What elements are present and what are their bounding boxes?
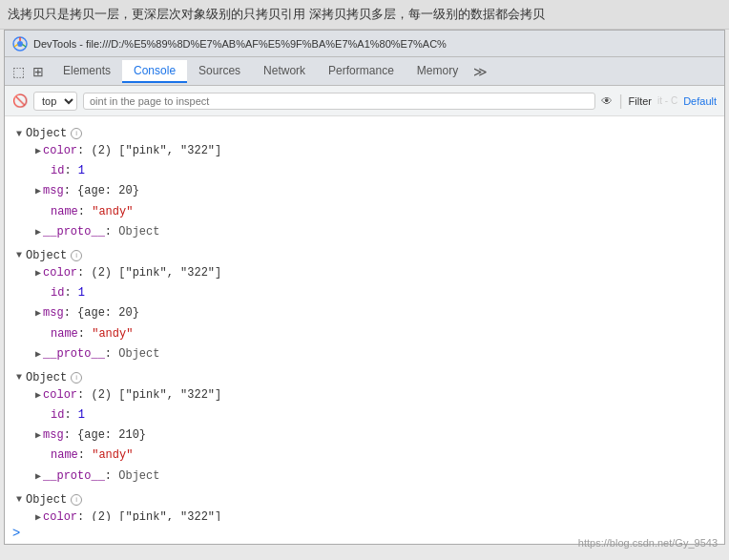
prop-key: color	[43, 144, 77, 157]
prop-colon: :	[78, 205, 92, 218]
prop-key: msg	[43, 306, 64, 320]
tab-network[interactable]: Network	[252, 60, 317, 83]
sub-arrow: ▶	[35, 186, 41, 197]
tab-console[interactable]: Console	[122, 60, 187, 83]
prop-line: ▶color: (2) ["pink", "322"]	[35, 508, 724, 521]
sub-arrow: ▶	[35, 268, 41, 279]
info-icon[interactable]: i	[71, 494, 82, 506]
eye-icon[interactable]: 👁	[601, 94, 613, 108]
prop-key: name	[51, 205, 78, 218]
prop-line: ▶msg: {age: 20}	[35, 303, 724, 323]
prop-colon: :	[77, 388, 91, 402]
prop-colon: :	[78, 448, 92, 462]
object-block-0: ▼Object i▶color: (2) ["pink", "322"]id: …	[5, 126, 724, 242]
filter-label: Filter	[629, 95, 652, 107]
prop-key: __proto__	[43, 469, 105, 483]
prop-line: id: 1	[35, 161, 724, 181]
sub-arrow: ▶	[35, 471, 41, 482]
browser-window: DevTools - file:///D:/%E5%89%8D%E7%AB%AF…	[4, 30, 725, 545]
prop-value: (2) ["pink", "322"]	[91, 144, 221, 157]
banner-text: 浅拷贝只是拷贝一层，更深层次对象级别的只拷贝引用 深拷贝拷贝多层，每一级别的数据…	[8, 7, 545, 21]
prop-line: id: 1	[35, 405, 724, 425]
prop-value: 1	[78, 408, 85, 422]
tab-performance[interactable]: Performance	[317, 60, 406, 83]
prop-key: msg	[43, 184, 64, 197]
prop-value: "andy"	[92, 327, 133, 341]
object-header[interactable]: ▼Object i	[16, 492, 724, 508]
prop-colon: :	[105, 225, 118, 239]
object-properties: ▶color: (2) ["pink", "322"]id: 1▶msg: {a…	[16, 141, 724, 242]
prop-colon: :	[105, 469, 118, 483]
prop-line: ▶color: (2) ["pink", "322"]	[35, 385, 724, 405]
tab-sources[interactable]: Sources	[187, 60, 252, 83]
prop-value: {age: 210}	[77, 428, 146, 442]
prop-value: "andy"	[92, 448, 133, 462]
console-toolbar: 🚫 top 👁 | Filter it - C Default	[5, 86, 724, 116]
context-selector[interactable]: top	[33, 92, 77, 111]
object-block-2: ▼Object i▶color: (2) ["pink", "322"]id: …	[5, 370, 724, 487]
prop-colon: :	[64, 306, 77, 320]
prop-colon: :	[77, 510, 91, 521]
prop-line: name: "andy"	[35, 324, 724, 344]
object-header[interactable]: ▼Object i	[16, 126, 724, 141]
object-properties: ▶color: (2) ["pink", "322"]id: 1▶msg: {a…	[16, 385, 724, 487]
prop-value: (2) ["pink", "322"]	[91, 388, 221, 402]
object-header[interactable]: ▼Object i	[16, 370, 724, 385]
tab-bar: ⬚ ⊞ Elements Console Sources Network Per…	[5, 57, 724, 86]
prop-value: Object	[118, 469, 159, 483]
prop-line: ▶msg: {age: 20}	[35, 181, 724, 201]
default-label[interactable]: Default	[683, 95, 717, 107]
inspect-search-input[interactable]	[83, 93, 595, 110]
object-header[interactable]: ▼Object i	[16, 248, 724, 263]
devices-icon[interactable]: ⊞	[32, 64, 44, 79]
inspect-icon[interactable]: ⬚	[12, 64, 25, 79]
clear-icon[interactable]: 🚫	[12, 93, 28, 108]
watermark: https://blog.csdn.net/Gy_9543	[578, 537, 718, 549]
prop-colon: :	[64, 184, 77, 197]
info-icon[interactable]: i	[71, 250, 82, 261]
svg-line-3	[23, 44, 27, 47]
prop-key: color	[43, 388, 77, 402]
top-banner: 浅拷贝只是拷贝一层，更深层次对象级别的只拷贝引用 深拷贝拷贝多层，每一级别的数据…	[0, 0, 729, 30]
prop-value: (2) ["pink", "322"]	[91, 266, 221, 280]
object-properties: ▶color: (2) ["pink", "322"]id: 1▶msg: {a…	[16, 508, 724, 521]
prop-line: name: "andy"	[35, 446, 724, 466]
prop-line: name: "andy"	[35, 202, 724, 222]
sub-arrow: ▶	[35, 390, 41, 401]
prop-key: name	[51, 448, 78, 462]
info-icon[interactable]: i	[71, 372, 82, 384]
prop-value: Object	[118, 347, 159, 361]
svg-line-4	[14, 44, 18, 47]
more-tabs-icon[interactable]: ≫	[473, 64, 488, 79]
object-properties: ▶color: (2) ["pink", "322"]id: 1▶msg: {a…	[16, 263, 724, 364]
info-icon[interactable]: i	[71, 128, 82, 139]
prop-key: color	[43, 510, 77, 521]
prop-colon: :	[64, 408, 77, 422]
prop-key: id	[51, 164, 64, 177]
prop-value: "andy"	[92, 205, 133, 218]
tab-elements[interactable]: Elements	[52, 60, 122, 83]
prop-value: (2) ["pink", "322"]	[91, 510, 221, 521]
prop-colon: :	[64, 428, 77, 442]
sub-arrow: ▶	[35, 227, 41, 238]
prop-line: ▶color: (2) ["pink", "322"]	[35, 141, 724, 161]
expand-arrow: ▼	[16, 250, 22, 260]
console-content[interactable]: ▼Object i▶color: (2) ["pink", "322"]id: …	[5, 116, 724, 521]
prop-value: {age: 20}	[77, 184, 139, 197]
prop-value: {age: 20}	[77, 306, 139, 320]
prop-line: ▶msg: {age: 210}	[35, 425, 724, 446]
prop-key: id	[51, 408, 64, 422]
prop-line: ▶__proto__: Object	[35, 467, 724, 487]
prop-key: id	[51, 286, 64, 300]
expand-arrow: ▼	[16, 129, 22, 139]
object-label: Object	[26, 371, 67, 384]
sub-arrow: ▶	[35, 308, 41, 319]
prop-line: ▶color: (2) ["pink", "322"]	[35, 263, 724, 283]
sub-arrow: ▶	[35, 512, 41, 521]
svg-point-1	[17, 41, 23, 47]
expand-arrow: ▼	[16, 372, 22, 383]
prop-colon: :	[77, 144, 91, 157]
prop-key: msg	[43, 428, 64, 442]
prop-colon: :	[105, 347, 118, 361]
tab-memory[interactable]: Memory	[406, 60, 469, 83]
